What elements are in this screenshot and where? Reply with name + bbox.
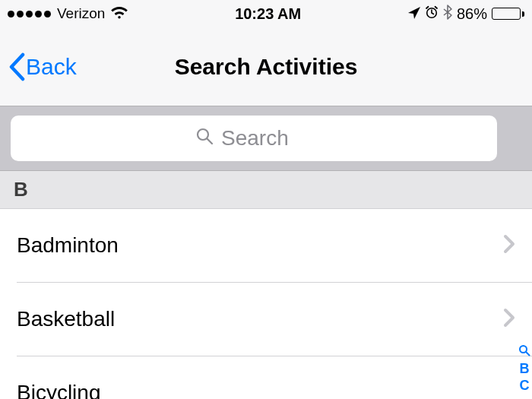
chevron-right-icon [503,234,515,257]
list-item-label: Bicycling [17,381,100,399]
signal-strength-icon [8,11,51,17]
search-field[interactable] [11,116,497,161]
index-search-icon[interactable] [518,344,530,359]
chevron-right-icon [503,308,515,331]
index-letter[interactable]: C [520,378,530,393]
wifi-icon [111,5,128,23]
search-input[interactable] [221,126,312,150]
search-bar [0,106,532,171]
status-left: Verizon [8,5,128,23]
back-label: Back [26,54,77,80]
page-title: Search Activities [0,54,532,80]
carrier-label: Verizon [57,5,105,22]
clock-time: 10:23 AM [235,5,301,23]
status-right: 86% [408,5,524,24]
list-item-label: Basketball [17,307,115,331]
battery-percent: 86% [457,5,487,23]
bluetooth-icon [443,5,452,24]
alarm-icon [425,5,439,23]
activities-list: Badminton Basketball Bicycling [0,209,532,399]
battery-icon [492,8,524,20]
section-index[interactable]: B C [518,344,530,393]
status-bar: Verizon 10:23 AM 86% [0,0,532,27]
list-item[interactable]: Bicycling [0,356,532,399]
location-icon [408,5,420,23]
list-item[interactable]: Badminton [0,209,532,282]
search-icon [195,126,214,150]
navigation-bar: Back Search Activities [0,27,532,106]
index-letter[interactable]: B [520,361,530,376]
section-header: B [0,171,532,209]
chevron-left-icon [8,52,26,81]
list-item-label: Badminton [17,233,119,258]
section-letter: B [14,178,28,201]
list-item[interactable]: Basketball [0,283,532,356]
back-button[interactable]: Back [0,52,77,81]
